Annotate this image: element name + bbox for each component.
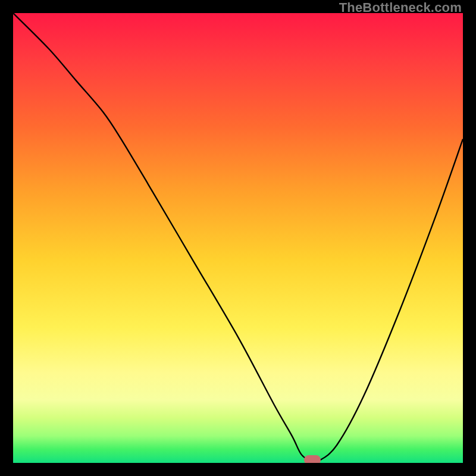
- curve-path: [13, 13, 463, 462]
- bottleneck-curve: [13, 13, 463, 463]
- optimal-marker: [304, 455, 321, 463]
- chart-frame: TheBottleneck.com: [0, 0, 476, 476]
- plot-area: [13, 13, 463, 463]
